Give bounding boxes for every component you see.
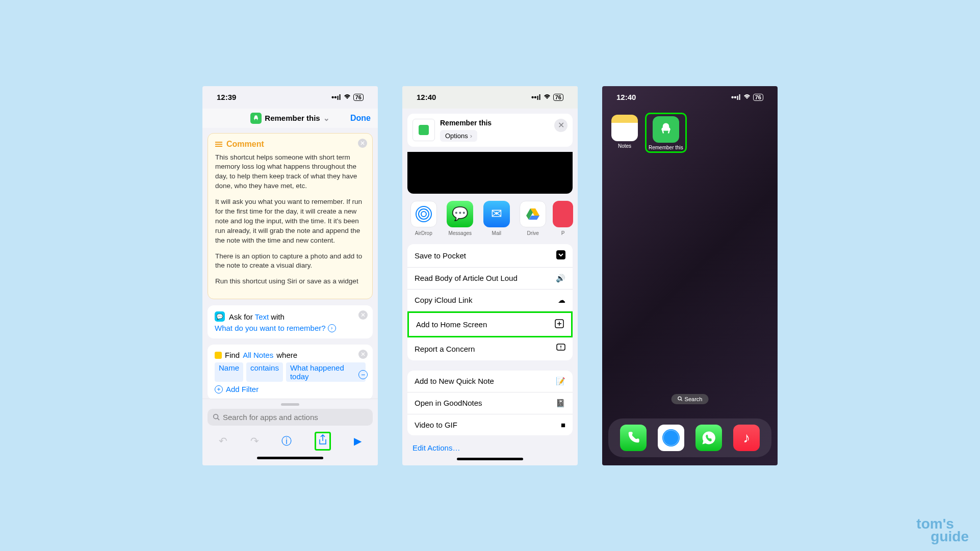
svg-line-9 xyxy=(681,399,682,401)
add-square-icon xyxy=(555,319,564,330)
dock-whatsapp[interactable] xyxy=(695,425,722,451)
home-indicator[interactable] xyxy=(457,458,523,460)
find-label: Find xyxy=(225,351,240,359)
close-icon[interactable]: ✕ xyxy=(358,139,367,148)
action-add-to-home-screen[interactable]: Add to Home Screen xyxy=(407,311,573,337)
comment-paragraph: It will ask you what you want to remembe… xyxy=(215,197,365,245)
pocket-small-icon xyxy=(556,250,565,261)
action-copy-icloud-link[interactable]: Copy iCloud Link ☁ xyxy=(407,290,573,311)
svg-point-2 xyxy=(421,212,426,217)
share-thumbnail xyxy=(412,119,435,141)
status-indicators: ••ıl 76 xyxy=(331,93,364,101)
notes-icon xyxy=(611,115,638,141)
action-goodnotes[interactable]: Open in GoodNotes 📓 xyxy=(407,392,573,414)
dock-safari[interactable] xyxy=(658,425,684,451)
chevron-right-icon: › xyxy=(470,132,472,140)
app-label: Mail xyxy=(492,230,501,236)
edit-actions-button[interactable]: Edit Actions… xyxy=(402,440,578,459)
filter-operator[interactable]: contains xyxy=(246,362,283,382)
dialog-icon: 💬 xyxy=(215,311,225,322)
action-read-aloud[interactable]: Read Body of Article Out Loud 🔊 xyxy=(407,268,573,290)
share-app-drive[interactable]: Drive xyxy=(519,201,548,236)
search-sheet[interactable]: ↶ ↷ ⓘ ▶ xyxy=(202,399,378,465)
sheet-grabber[interactable] xyxy=(281,403,299,406)
highlight-box xyxy=(315,432,331,451)
share-actions-list-2: Add to New Quick Note 📝 Open in GoodNote… xyxy=(407,371,573,435)
editor-toolbar: ↶ ↷ ⓘ ▶ xyxy=(208,426,373,455)
info-icon[interactable]: ⓘ xyxy=(281,434,292,448)
options-button[interactable]: Options › xyxy=(440,130,477,142)
action-video-gif[interactable]: Video to GIF ■ xyxy=(407,414,573,435)
app-label: Notes xyxy=(618,143,631,149)
status-indicators: ••ıl 76 xyxy=(731,93,763,101)
find-notes-block[interactable]: Find All Notes where ✕ Name contains Wha… xyxy=(208,345,373,400)
play-icon[interactable]: ▶ xyxy=(354,435,362,447)
notes-icon xyxy=(215,352,222,359)
ask-type[interactable]: Text xyxy=(255,312,269,321)
search-icon xyxy=(678,396,683,402)
svg-point-0 xyxy=(214,414,218,418)
spotlight-search[interactable]: Search xyxy=(672,394,709,404)
ask-prompt[interactable]: What do you want to remember? xyxy=(215,324,326,332)
ask-for-input-block[interactable]: 💬 Ask for Text with What do you want to … xyxy=(208,305,373,338)
editor-header: Remember this ⌄ Done xyxy=(202,109,378,128)
share-icon[interactable] xyxy=(318,436,327,448)
filter-field[interactable]: Name xyxy=(215,362,243,382)
action-report-concern[interactable]: Report a Concern xyxy=(407,337,573,360)
action-quick-note[interactable]: Add to New Quick Note 📝 xyxy=(407,371,573,392)
watermark: tom's guide xyxy=(916,517,969,543)
svg-point-3 xyxy=(419,209,429,219)
battery-icon: 76 xyxy=(553,94,563,101)
comment-paragraph: This shortcut helps someone with short t… xyxy=(215,153,365,192)
remove-filter-icon[interactable]: − xyxy=(358,370,368,379)
action-save-pocket[interactable]: Save to Pocket xyxy=(407,244,573,268)
phone-home-screen: 12:40 ••ıl 76 Notes Remember this Sear xyxy=(602,86,778,465)
status-time: 12:39 xyxy=(217,93,236,101)
expand-icon[interactable]: › xyxy=(328,324,336,332)
redo-icon[interactable]: ↷ xyxy=(250,435,259,447)
find-source[interactable]: All Notes xyxy=(243,351,273,359)
airdrop-icon xyxy=(410,201,437,227)
undo-icon[interactable]: ↶ xyxy=(219,435,227,447)
filter-value[interactable]: What happened today xyxy=(286,362,366,382)
svg-line-1 xyxy=(218,418,220,420)
close-icon[interactable]: ✕ xyxy=(554,119,568,132)
signal-icon: ••ıl xyxy=(731,93,741,101)
find-where: where xyxy=(276,351,297,359)
app-label: Remember this xyxy=(649,145,683,150)
status-bar: 12:40 ••ıl 76 xyxy=(402,86,578,109)
battery-icon: 76 xyxy=(753,94,763,101)
close-icon[interactable]: ✕ xyxy=(358,350,368,359)
search-input[interactable] xyxy=(208,409,373,426)
signal-icon: ••ıl xyxy=(331,93,341,101)
share-app-pocket[interactable]: P xyxy=(555,201,571,236)
app-notes[interactable]: Notes xyxy=(611,115,638,151)
status-bar: 12:40 ••ıl 76 xyxy=(602,86,778,109)
phone-share-sheet: 12:40 ••ıl 76 Remember this Options › ✕ … xyxy=(402,86,578,465)
share-app-row[interactable]: AirDrop 💬 Messages ✉ Mail Drive P xyxy=(402,194,578,239)
share-title: Remember this xyxy=(440,119,492,127)
dock-phone[interactable] xyxy=(620,425,647,451)
dock-music[interactable]: ♪ xyxy=(733,425,760,451)
status-bar: 12:39 ••ıl 76 xyxy=(202,86,378,109)
home-indicator[interactable] xyxy=(257,457,323,459)
speaker-icon: 🔊 xyxy=(556,274,565,283)
share-app-airdrop[interactable]: AirDrop xyxy=(409,201,438,236)
comment-paragraph: There is an option to capture a photo an… xyxy=(215,252,365,271)
share-header: Remember this Options › ✕ xyxy=(407,114,573,147)
close-icon[interactable]: ✕ xyxy=(358,310,368,320)
chevron-down-icon[interactable]: ⌄ xyxy=(323,114,330,123)
wifi-icon xyxy=(543,93,551,101)
share-app-mail[interactable]: ✉ Mail xyxy=(482,201,511,236)
svg-rect-5 xyxy=(556,250,565,259)
comment-block: Comment ✕ This shortcut helps someone wi… xyxy=(208,133,373,300)
done-button[interactable]: Done xyxy=(350,114,371,123)
app-label: Messages xyxy=(448,230,472,236)
svg-point-8 xyxy=(678,397,681,400)
comment-paragraph: Run this shortcut using Siri or save as … xyxy=(215,277,365,286)
app-remember-this[interactable]: Remember this xyxy=(649,116,683,150)
share-app-messages[interactable]: 💬 Messages xyxy=(446,201,475,236)
report-icon xyxy=(556,344,565,354)
add-filter-button[interactable]: + Add Filter xyxy=(215,385,366,393)
pocket-icon xyxy=(553,201,573,227)
